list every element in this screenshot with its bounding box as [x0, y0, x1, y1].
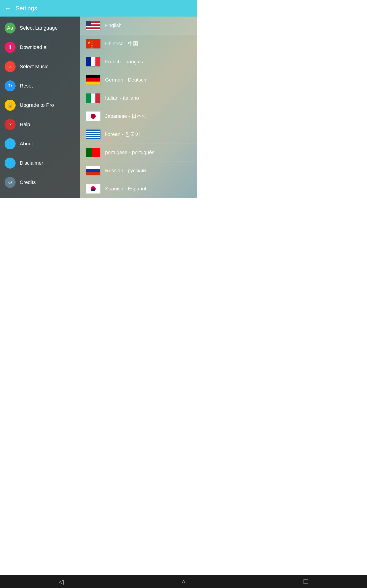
sidebar-label-credits: Credits: [20, 179, 36, 185]
lang-item-russian[interactable]: Russian - русский: [80, 162, 197, 180]
sidebar-icon-reset: ↻: [5, 80, 16, 91]
lang-name-french: French - français: [105, 59, 143, 65]
sidebar-label-help: Help: [20, 121, 30, 128]
lang-name-portugese: portugese - português: [105, 149, 154, 156]
sidebar-icon-upgrade-to-pro: 🔒: [5, 100, 16, 111]
sidebar-label-select-music: Select Music: [20, 64, 48, 69]
sidebar-icon-disclaimer: !: [5, 157, 16, 169]
sidebar: Aa Select Language ⬇ Download all ♪ Sele…: [0, 17, 80, 198]
lang-name-japanese: Japanese - 日本の: [105, 113, 147, 120]
sidebar-item-credits[interactable]: ⊙ Credits: [0, 173, 80, 192]
flag-jp: [86, 111, 100, 121]
flag-us: [86, 21, 100, 30]
flag-it: [86, 93, 100, 103]
lang-item-portugese[interactable]: portugese - português: [80, 144, 197, 162]
sidebar-item-about[interactable]: i About: [0, 134, 80, 153]
sidebar-icon-download-all: ⬇: [5, 42, 16, 53]
lang-item-german[interactable]: German - Deutsch: [80, 71, 197, 89]
sidebar-item-reset[interactable]: ↻ Reset: [0, 76, 80, 95]
flag-cn: ★ ★ ★ ★ ★: [86, 39, 100, 48]
lang-name-german: German - Deutsch: [105, 77, 146, 83]
sidebar-label-upgrade-to-pro: Upgrade to Pro: [20, 102, 54, 108]
sidebar-icon-select-music: ♪: [5, 61, 16, 72]
top-bar: ← Settings: [0, 0, 197, 17]
back-button[interactable]: ←: [5, 5, 11, 12]
sidebar-item-upgrade-to-pro[interactable]: 🔒 Upgrade to Pro: [0, 95, 80, 115]
lang-item-spanish[interactable]: Spanish - Español: [80, 180, 197, 198]
lang-name-italian: Italian - italiano: [105, 95, 139, 101]
lang-item-chinese[interactable]: ★ ★ ★ ★ ★ Chinese - 中国: [80, 35, 197, 53]
sidebar-label-disclaimer: Disclaimer: [20, 160, 43, 166]
flag-kr: [86, 184, 100, 194]
flag-gr: [86, 130, 100, 139]
language-list: English ★ ★ ★ ★ ★ Chinese - 中国 French - …: [80, 17, 197, 198]
lang-name-korean: korean - 한국어: [105, 131, 140, 138]
sidebar-item-disclaimer[interactable]: ! Disclaimer: [0, 153, 80, 173]
lang-item-italian[interactable]: Italian - italiano: [80, 89, 197, 107]
content-area: Aa Select Language ⬇ Download all ♪ Sele…: [0, 17, 197, 198]
sidebar-label-about: About: [20, 141, 33, 147]
lang-name-chinese: Chinese - 中国: [105, 40, 138, 47]
sidebar-label-download-all: Download all: [20, 44, 49, 50]
sidebar-item-help[interactable]: ? Help: [0, 115, 80, 134]
lang-name-russian: Russian - русский: [105, 168, 146, 174]
sidebar-icon-about: i: [5, 138, 16, 149]
sidebar-label-select-language: Select Language: [20, 25, 58, 31]
sidebar-item-select-music[interactable]: ♪ Select Music: [0, 57, 80, 76]
lang-name-english: English: [105, 23, 122, 28]
lang-item-japanese[interactable]: Japanese - 日本の: [80, 107, 197, 125]
sidebar-icon-help: ?: [5, 119, 16, 130]
flag-ru: [86, 166, 100, 175]
sidebar-item-select-language[interactable]: Aa Select Language: [0, 18, 80, 38]
lang-item-french[interactable]: French - français: [80, 53, 197, 71]
flag-fr: [86, 57, 100, 67]
page-title: Settings: [16, 5, 37, 12]
sidebar-icon-credits: ⊙: [5, 177, 16, 188]
sidebar-item-download-all[interactable]: ⬇ Download all: [0, 38, 80, 57]
flag-pt: [86, 148, 100, 157]
lang-item-english[interactable]: English: [80, 17, 197, 35]
flag-de: [86, 75, 100, 85]
sidebar-icon-select-language: Aa: [5, 23, 16, 34]
lang-item-korean[interactable]: korean - 한국어: [80, 125, 197, 144]
lang-name-spanish: Spanish - Español: [105, 186, 146, 192]
sidebar-label-reset: Reset: [20, 83, 33, 89]
